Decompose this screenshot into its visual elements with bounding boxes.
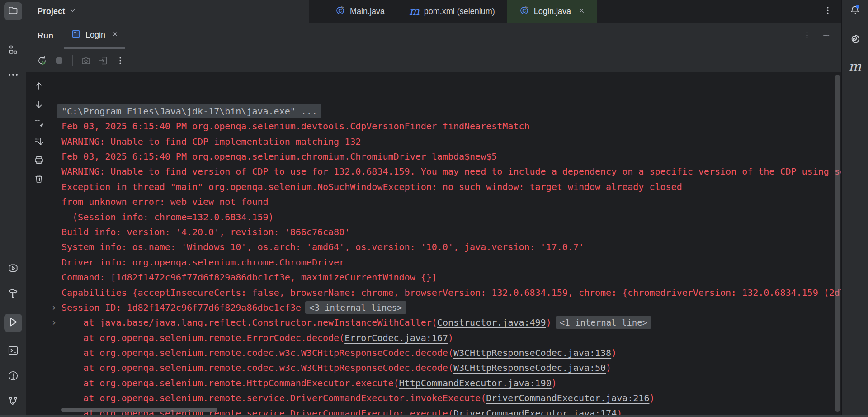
ai-assistant-button[interactable]	[849, 34, 861, 46]
maven-tool-button[interactable]: m	[849, 61, 861, 72]
run-header-more-icon[interactable]	[803, 31, 811, 41]
run-config-icon	[71, 29, 81, 41]
console-text: from unknown error: web view not found	[61, 196, 269, 207]
console-line: at org.openqa.selenium.remote.service.Dr…	[52, 391, 841, 406]
stack-trace-link[interactable]: DriverCommandExecutor.java:216	[486, 393, 649, 403]
clear-all-button[interactable]	[33, 173, 44, 184]
console-output[interactable]: "C:\Program Files\Java\jdk-17\bin\java.e…	[52, 72, 841, 417]
vertical-scrollbar[interactable]	[835, 75, 840, 412]
maven-icon: m	[409, 6, 420, 17]
right-tool-stripe: m	[841, 23, 868, 417]
console-text: Command: [1d82f1472c96f77d6f829a86dbc1cf…	[61, 272, 437, 283]
stack-trace-link[interactable]: HttpCommandExecutor.java:190	[399, 378, 552, 389]
more-tool-windows-button[interactable]	[7, 70, 19, 81]
stop-button[interactable]	[54, 55, 65, 66]
left-stripe-corner	[0, 0, 26, 23]
toolbar-more-button[interactable]	[115, 55, 126, 66]
close-icon[interactable]	[578, 7, 585, 16]
command-line-text: "C:\Program Files\Java\jdk-17\bin\java.e…	[57, 104, 321, 118]
project-tool-window-button[interactable]	[4, 2, 22, 20]
console-text: Driver info: org.openqa.selenium.chrome.…	[61, 257, 344, 268]
console-text: at java.base/java.lang.reflect.Construct…	[61, 317, 437, 328]
thread-dump-button[interactable]	[80, 55, 91, 66]
project-selector-label: Project	[38, 7, 65, 16]
problems-icon	[7, 370, 19, 384]
hide-tool-window-icon[interactable]	[822, 31, 831, 42]
notifications-bell-icon[interactable]	[849, 5, 861, 18]
editor-tab-label: pom.xml (selenium)	[424, 7, 495, 16]
console-line: at org.openqa.selenium.remote.codec.w3c.…	[52, 346, 841, 360]
build-tool-button[interactable]	[7, 289, 19, 300]
editor-tab-main-java[interactable]: C Main.java	[323, 0, 397, 23]
console-text: )	[649, 393, 655, 403]
right-stripe-corner	[841, 0, 868, 23]
stack-trace-link[interactable]: Constructor.java:499	[437, 317, 546, 328]
print-button[interactable]	[33, 155, 44, 166]
scroll-to-end-button[interactable]	[33, 136, 44, 147]
console-text: )	[611, 347, 617, 358]
structure-tool-button[interactable]	[7, 45, 19, 57]
fold-chevron-icon[interactable]: ›	[52, 300, 56, 315]
console-line: System info: os.name: 'Windows 10', os.a…	[52, 240, 841, 255]
internal-lines-badge[interactable]: <1 internal line>	[556, 316, 651, 329]
close-icon[interactable]	[112, 30, 118, 40]
console-line: WARNING: Unable to find version of CDP t…	[52, 164, 841, 179]
console-action-gutter	[26, 72, 52, 417]
terminal-tool-button[interactable]	[7, 346, 19, 357]
version-control-tool-button[interactable]	[7, 396, 19, 408]
services-tool-button[interactable]	[7, 263, 19, 275]
console-line: at org.openqa.selenium.remote.codec.w3c.…	[52, 360, 841, 375]
terminal-icon	[7, 345, 19, 358]
stack-trace-link[interactable]: W3CHttpResponseCodec.java:50	[453, 362, 606, 373]
fold-chevron-icon[interactable]: ›	[52, 315, 56, 330]
console-text: Feb 03, 2025 6:15:40 PM org.openqa.selen…	[61, 121, 530, 132]
problems-tool-button[interactable]	[7, 371, 19, 383]
stack-trace-link[interactable]: ErrorCodec.java:167	[344, 332, 448, 343]
console-text: Exception in thread "main" org.openqa.se…	[61, 181, 682, 192]
rerun-button[interactable]	[37, 55, 47, 66]
console-line: Feb 03, 2025 6:15:40 PM org.openqa.selen…	[52, 149, 841, 164]
run-tool-window-button[interactable]	[4, 314, 22, 332]
git-branch-icon	[7, 395, 19, 409]
horizontal-scrollbar[interactable]	[61, 408, 217, 412]
internal-lines-badge[interactable]: <3 internal lines>	[305, 301, 406, 314]
attach-debugger-button[interactable]	[98, 55, 108, 66]
run-play-icon	[7, 316, 19, 330]
console-text: )	[606, 362, 611, 373]
run-tool-window-header: Run Login	[26, 23, 841, 49]
console-text: Build info: version: '4.20.0', revision:…	[61, 227, 350, 237]
svg-text:C: C	[522, 8, 526, 13]
stack-trace-link[interactable]: W3CHttpResponseCodec.java:138	[453, 347, 611, 358]
editor-tabs-more-button[interactable]	[823, 6, 832, 17]
run-tool-window-title: Run	[38, 31, 53, 41]
services-icon	[7, 262, 19, 276]
run-tab-label: Login	[85, 30, 105, 40]
console-text: WARNING: Unable to find version of CDP t…	[61, 166, 841, 177]
console-line: WARNING: Unable to find CDP implementati…	[52, 134, 841, 149]
console-text: at org.openqa.selenium.remote.codec.w3c.…	[61, 347, 453, 358]
console-line: › at java.base/java.lang.reflect.Constru…	[52, 315, 841, 330]
console-line: (Session info: chrome=132.0.6834.159)	[52, 210, 841, 225]
editor-tab-login-java[interactable]: C Login.java	[507, 0, 597, 23]
java-class-icon: C	[519, 5, 529, 18]
soft-wrap-button[interactable]	[33, 118, 44, 128]
console-text: Capabilities {acceptInsecureCerts: false…	[61, 287, 841, 298]
console-line: from unknown error: web view not found	[52, 194, 841, 209]
console-line: Feb 03, 2025 6:15:40 PM org.openqa.selen…	[52, 119, 841, 134]
structure-icon	[8, 45, 19, 57]
console-line: Build info: version: '4.20.0', revision:…	[52, 225, 841, 240]
project-panel-header[interactable]: Project	[26, 0, 309, 23]
main-area: Run Login	[0, 23, 868, 417]
console-line: at org.openqa.selenium.remote.ErrorCodec…	[52, 331, 841, 346]
editor-tab-bar: C Main.java m pom.xml (selenium) C Login…	[309, 0, 841, 23]
top-bar: Project C Main.java m pom.xml (selenium)…	[0, 0, 868, 23]
up-stack-trace-button[interactable]	[33, 81, 44, 91]
console-line: Exception in thread "main" org.openqa.se…	[52, 180, 841, 194]
editor-tab-pom-xml[interactable]: m pom.xml (selenium)	[397, 0, 507, 23]
run-tab-login[interactable]: Login	[64, 23, 125, 49]
console-line: ›Session ID: 1d82f1472c96f77d6f829a86dbc…	[52, 300, 841, 315]
down-stack-trace-button[interactable]	[33, 99, 44, 110]
more-dots-icon	[7, 69, 19, 82]
console-text: at org.openqa.selenium.remote.ErrorCodec…	[61, 332, 344, 343]
console-text: System info: os.name: 'Windows 10', os.a…	[61, 242, 584, 252]
